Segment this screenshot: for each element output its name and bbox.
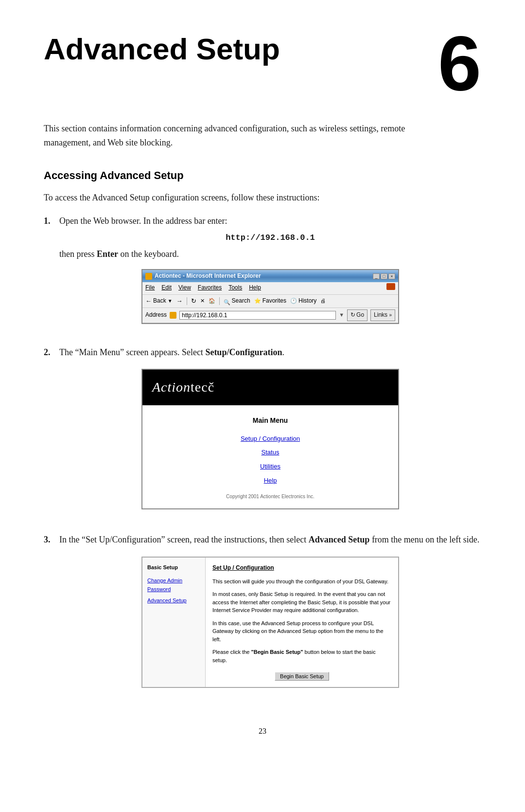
toolbar-separator-1 <box>187 297 187 305</box>
history-icon <box>290 296 297 306</box>
back-dropdown-arrow: ▼ <box>168 297 173 305</box>
setup-sidebar: Basic Setup Change Admin Password Advanc… <box>142 558 206 687</box>
logo-normal-part: tecč <box>191 379 214 395</box>
menu-link-utilities[interactable]: Utilities <box>157 462 384 472</box>
forward-icon <box>176 296 183 307</box>
back-icon <box>145 296 152 307</box>
menu-link-status[interactable]: Status <box>157 448 384 458</box>
chapter-title: Advanced Setup <box>44 34 280 64</box>
search-button[interactable]: Search <box>224 296 250 306</box>
maximize-button[interactable]: □ <box>381 273 387 279</box>
main-menu-screenshot: Actiontecč Main Menu Setup / Configurati… <box>141 369 399 509</box>
address-icon <box>170 312 176 319</box>
menu-link-setup[interactable]: Setup / Configuration <box>157 434 384 444</box>
step-1-text-before: Open the Web browser. In the address bar… <box>59 216 228 226</box>
setup-content-text-3: In this case, use the Advanced Setup pro… <box>212 619 391 644</box>
begin-basic-setup-button[interactable]: Begin Basic Setup <box>275 672 329 681</box>
history-button[interactable]: History <box>290 296 316 306</box>
address-dropdown-arrow[interactable]: ▼ <box>339 311 344 320</box>
browser-screenshot: Actiontec - Microsoft Internet Explorer … <box>141 269 399 324</box>
go-label: Go <box>356 310 364 320</box>
home-icon <box>209 296 215 306</box>
step-3-bold-text: Advanced Setup <box>309 535 370 544</box>
favorites-icon <box>254 296 261 306</box>
back-label: Back <box>153 296 166 306</box>
favorites-button[interactable]: Favorites <box>254 296 286 306</box>
menu-help[interactable]: Help <box>249 283 261 293</box>
step-2-text: The “Main Menu” screen appears. Select S… <box>59 347 284 357</box>
step-2-number: 2. <box>44 345 59 360</box>
step-3-text-after: from the menu on the left side. <box>369 535 479 544</box>
refresh-icon <box>191 296 196 307</box>
toolbar-separator-2 <box>219 297 220 305</box>
begin-basic-setup-btn-container: Begin Basic Setup <box>212 669 391 681</box>
setup-content-text-4: Please click the "Begin Basic Setup" but… <box>212 648 391 664</box>
begin-basic-setup-inline-bold: "Begin Basic Setup" <box>251 649 303 655</box>
menu-body: Main Menu Setup / Configuration Status U… <box>142 405 398 508</box>
sidebar-link-admin-password[interactable]: Change Admin Password <box>147 577 200 594</box>
browser-toolbar: Back ▼ <box>142 295 398 308</box>
minimize-button[interactable]: _ <box>373 273 380 279</box>
browser-title-text: Actiontec - Microsoft Internet Explorer <box>155 271 261 281</box>
address-input[interactable] <box>179 311 336 320</box>
browser-addressbar: Address ▼ ↻ Go Links » <box>142 308 398 323</box>
menu-favorites[interactable]: Favorites <box>198 283 222 293</box>
step-2-content: The “Main Menu” screen appears. Select S… <box>59 345 481 519</box>
logo-italic-part: Action <box>152 379 191 395</box>
chapter-number: 6 <box>438 24 481 102</box>
menu-copyright: Copyright 2001 Actiontec Electronics Inc… <box>157 493 384 501</box>
ie-logo-icon <box>386 283 395 290</box>
steps-list: 1. Open the Web browser. In the address … <box>44 214 481 697</box>
close-button[interactable]: × <box>388 273 395 279</box>
step-1-number: 1. <box>44 214 59 228</box>
section-intro: To access the Advanced Setup configurati… <box>44 191 481 205</box>
step-3-text: In the “Set Up/Configuration” screen, re… <box>59 535 479 544</box>
print-button[interactable] <box>320 296 326 306</box>
menu-tools[interactable]: Tools <box>228 283 242 293</box>
forward-button[interactable] <box>176 296 183 307</box>
setup-content: Set Up / Configuration This section will… <box>206 558 398 687</box>
links-label: Links <box>374 311 387 318</box>
step-3-content: In the “Set Up/Configuration” screen, re… <box>59 533 481 698</box>
page-number: 23 <box>44 727 481 736</box>
browser-menubar: File Edit View Favorites Tools Help <box>142 282 398 294</box>
setup-sidebar-heading: Basic Setup <box>147 563 200 572</box>
menu-logo-bar: Actiontecč <box>142 370 398 405</box>
browser-title: Actiontec - Microsoft Internet Explorer <box>145 271 261 281</box>
step-1-url: http://192.168.0.1 <box>59 231 481 244</box>
browser-titlebar: Actiontec - Microsoft Internet Explorer … <box>142 270 398 282</box>
step-2-bold-text: Setup/Configuration <box>205 347 282 357</box>
menu-link-help[interactable]: Help <box>157 476 384 486</box>
setup-content-text-1: This section will guide you through the … <box>212 577 391 586</box>
stop-icon <box>200 296 205 306</box>
sidebar-link-advanced-setup[interactable]: Advanced Setup <box>147 596 200 605</box>
step-1: 1. Open the Web browser. In the address … <box>44 214 481 331</box>
history-label: History <box>298 296 316 306</box>
menu-edit[interactable]: Edit <box>161 283 172 293</box>
print-icon <box>320 296 326 306</box>
setup-content-heading: Set Up / Configuration <box>212 563 391 573</box>
back-button[interactable]: Back ▼ <box>145 296 173 307</box>
favorites-label: Favorites <box>262 296 286 306</box>
step-1-enter-key: Enter <box>97 249 118 259</box>
setup-content-text-2: In most cases, only Basic Setup is requi… <box>212 590 391 614</box>
menu-title: Main Menu <box>157 415 384 426</box>
step-2: 2. The “Main Menu” screen appears. Selec… <box>44 345 481 519</box>
menu-file[interactable]: File <box>145 283 155 293</box>
step-1-text-after: then press Enter on the keyboard. <box>59 249 179 259</box>
go-button[interactable]: ↻ Go <box>347 309 368 321</box>
refresh-button[interactable] <box>191 296 196 307</box>
step-1-content: Open the Web browser. In the address bar… <box>59 214 481 331</box>
chapter-header: Advanced Setup 6 <box>44 29 481 102</box>
browser-window-controls[interactable]: _ □ × <box>373 273 395 279</box>
actiontec-logo: Actiontecč <box>152 377 388 398</box>
step-3-number: 3. <box>44 533 59 547</box>
chapter-intro: This section contains information concer… <box>44 122 442 150</box>
menu-view[interactable]: View <box>178 283 191 293</box>
stop-button[interactable] <box>200 296 205 306</box>
search-label: Search <box>232 296 250 306</box>
home-button[interactable] <box>209 296 215 306</box>
links-button[interactable]: Links » <box>370 309 395 321</box>
go-arrow-icon: ↻ <box>350 310 355 320</box>
address-label: Address <box>145 310 167 320</box>
